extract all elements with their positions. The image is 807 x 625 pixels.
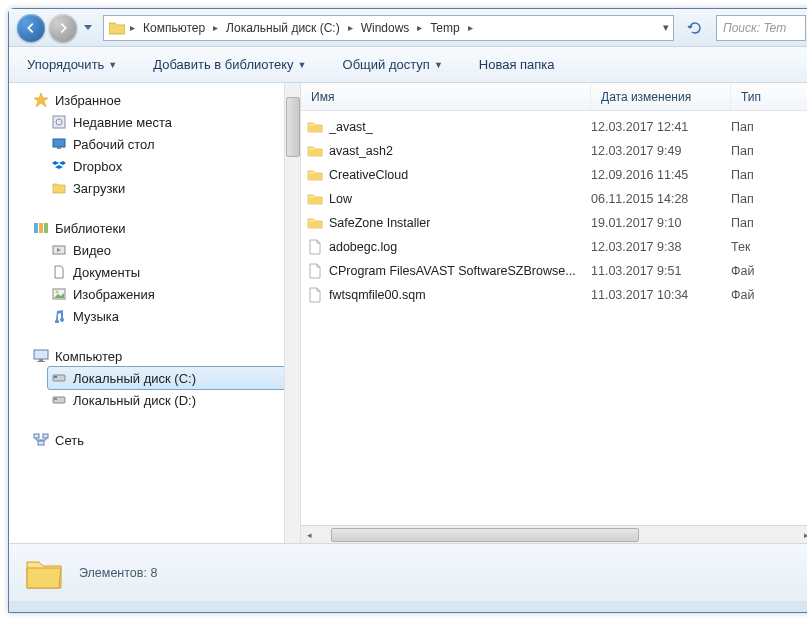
horizontal-scrollbar[interactable]: ◂ ▸ xyxy=(301,525,807,543)
music-icon xyxy=(51,308,67,324)
sidebar-item-disk-c[interactable]: Локальный диск (C:) xyxy=(47,366,296,390)
search-placeholder: Поиск: Tem xyxy=(723,21,786,35)
disk-icon xyxy=(51,370,67,386)
column-name[interactable]: Имя xyxy=(301,83,591,110)
include-library-button[interactable]: Добавить в библиотеку▼ xyxy=(147,53,312,76)
sidebar-item-images[interactable]: Изображения xyxy=(9,283,300,305)
svg-rect-11 xyxy=(39,359,43,361)
sidebar-item-music[interactable]: Музыка xyxy=(9,305,300,327)
folder-icon xyxy=(307,119,323,135)
status-text: Элементов: 8 xyxy=(79,566,157,580)
sidebar-item-downloads[interactable]: Загрузки xyxy=(9,177,300,199)
chevron-down-icon: ▼ xyxy=(298,60,307,70)
file-row[interactable]: adobegc.log12.03.2017 9:38Тек xyxy=(301,235,807,259)
svg-rect-10 xyxy=(34,350,48,359)
scroll-left-button[interactable]: ◂ xyxy=(301,527,317,543)
file-type: Пап xyxy=(731,168,807,182)
file-row[interactable]: Low06.11.2015 14:28Пап xyxy=(301,187,807,211)
folder-icon xyxy=(307,143,323,159)
file-name-text: fwtsqmfile00.sqm xyxy=(329,288,426,302)
file-type: Пап xyxy=(731,144,807,158)
file-icon xyxy=(307,287,323,303)
svg-rect-5 xyxy=(39,223,43,233)
breadcrumb-arrow[interactable]: ▸ xyxy=(211,22,220,33)
breadcrumb-arrow[interactable]: ▸ xyxy=(128,22,137,33)
network-label: Сеть xyxy=(55,433,84,448)
computer-group: Компьютер Локальный диск (C:) Локальный … xyxy=(9,345,300,411)
file-row[interactable]: fwtsqmfile00.sqm11.03.2017 10:34Фай xyxy=(301,283,807,307)
file-row[interactable]: avast_ash212.03.2017 9:49Пап xyxy=(301,139,807,163)
file-type: Тек xyxy=(731,240,807,254)
file-list[interactable]: _avast_12.03.2017 12:41Папavast_ash212.0… xyxy=(301,111,807,525)
file-date: 06.11.2015 14:28 xyxy=(591,192,731,206)
breadcrumb-segment[interactable]: Локальный диск (C:) xyxy=(220,16,346,40)
file-name-text: avast_ash2 xyxy=(329,144,393,158)
scrollbar-thumb[interactable] xyxy=(286,97,300,157)
svg-rect-2 xyxy=(53,139,65,147)
arrow-left-icon xyxy=(24,21,38,35)
image-icon xyxy=(51,286,67,302)
folder-icon xyxy=(307,167,323,183)
file-date: 12.03.2017 9:38 xyxy=(591,240,731,254)
file-row[interactable]: CProgram FilesAVAST SoftwareSZBrowse...1… xyxy=(301,259,807,283)
svg-rect-4 xyxy=(34,223,38,233)
star-icon xyxy=(33,92,49,108)
network-icon xyxy=(33,432,49,448)
folder-icon xyxy=(307,215,323,231)
breadcrumb-arrow[interactable]: ▸ xyxy=(346,22,355,33)
svg-rect-17 xyxy=(34,434,39,438)
file-row[interactable]: CreativeCloud12.09.2016 11:45Пап xyxy=(301,163,807,187)
address-dropdown[interactable]: ▾ xyxy=(661,21,671,34)
back-button[interactable] xyxy=(17,14,45,42)
favorites-label: Избранное xyxy=(55,93,121,108)
file-row[interactable]: SafeZone Installer19.01.2017 9:10Пап xyxy=(301,211,807,235)
organize-button[interactable]: Упорядочить▼ xyxy=(21,53,123,76)
file-name-text: Low xyxy=(329,192,352,206)
breadcrumb-segment[interactable]: Temp xyxy=(424,16,465,40)
sidebar-item-video[interactable]: Видео xyxy=(9,239,300,261)
sidebar-item-recent[interactable]: Недавние места xyxy=(9,111,300,133)
history-dropdown[interactable] xyxy=(81,18,95,38)
breadcrumb-segment[interactable]: Компьютер xyxy=(137,16,211,40)
new-folder-button[interactable]: Новая папка xyxy=(473,53,561,76)
sidebar-item-documents[interactable]: Документы xyxy=(9,261,300,283)
breadcrumb-arrow[interactable]: ▸ xyxy=(466,22,475,33)
file-type: Пап xyxy=(731,192,807,206)
column-type[interactable]: Тип xyxy=(731,83,807,110)
file-date: 11.03.2017 10:34 xyxy=(591,288,731,302)
sidebar-item-label: Локальный диск (C:) xyxy=(73,371,196,386)
recent-icon xyxy=(51,114,67,130)
refresh-button[interactable] xyxy=(682,16,708,40)
svg-rect-6 xyxy=(44,223,48,233)
dropbox-icon xyxy=(51,158,67,174)
network-header[interactable]: Сеть xyxy=(9,429,300,451)
sidebar-item-label: Рабочий стол xyxy=(73,137,155,152)
computer-header[interactable]: Компьютер xyxy=(9,345,300,367)
folder-icon xyxy=(108,19,126,37)
file-type: Фай xyxy=(731,264,807,278)
address-bar[interactable]: ▸ Компьютер ▸ Локальный диск (C:) ▸ Wind… xyxy=(103,15,674,41)
column-date[interactable]: Дата изменения xyxy=(591,83,731,110)
file-row[interactable]: _avast_12.03.2017 12:41Пап xyxy=(301,115,807,139)
favorites-header[interactable]: Избранное xyxy=(9,89,300,111)
scroll-right-button[interactable]: ▸ xyxy=(798,527,807,543)
sidebar-item-label: Загрузки xyxy=(73,181,125,196)
search-input[interactable]: Поиск: Tem xyxy=(716,15,806,41)
folder-large-icon xyxy=(23,552,65,594)
file-type: Фай xyxy=(731,288,807,302)
file-name-text: _avast_ xyxy=(329,120,373,134)
libraries-header[interactable]: Библиотеки xyxy=(9,217,300,239)
scrollbar-thumb[interactable] xyxy=(331,528,639,542)
forward-button[interactable] xyxy=(49,14,77,42)
breadcrumb-segment[interactable]: Windows xyxy=(355,16,416,40)
sidebar-item-label: Недавние места xyxy=(73,115,172,130)
file-name-text: SafeZone Installer xyxy=(329,216,430,230)
sidebar-item-disk-d[interactable]: Локальный диск (D:) xyxy=(9,389,300,411)
sidebar-scrollbar[interactable] xyxy=(284,83,300,543)
share-button[interactable]: Общий доступ▼ xyxy=(337,53,449,76)
navigation-pane: Избранное Недавние места Рабочий стол Dr… xyxy=(9,83,301,543)
sidebar-item-dropbox[interactable]: Dropbox xyxy=(9,155,300,177)
breadcrumb-arrow[interactable]: ▸ xyxy=(415,22,424,33)
file-date: 12.03.2017 9:49 xyxy=(591,144,731,158)
sidebar-item-desktop[interactable]: Рабочий стол xyxy=(9,133,300,155)
